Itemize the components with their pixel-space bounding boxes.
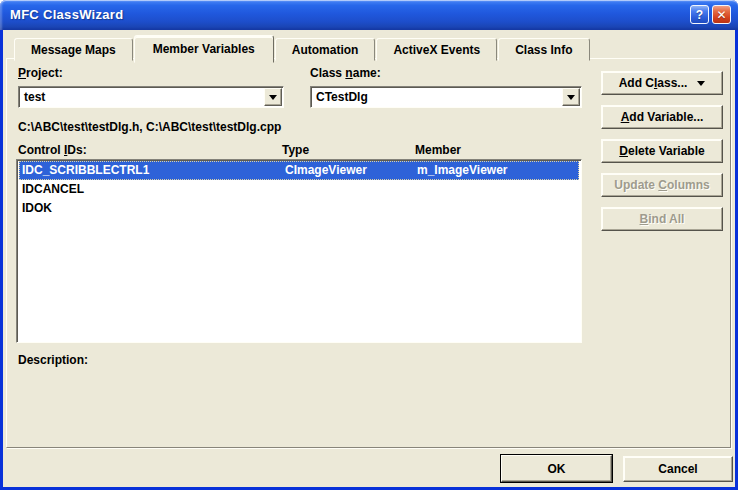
close-button[interactable]: ✕: [712, 5, 731, 24]
tab-activex-events[interactable]: ActiveX Events: [376, 38, 497, 61]
chevron-down-icon: [567, 95, 575, 100]
update-columns-button-label: Update Columns: [614, 178, 709, 192]
description-label: Description:: [18, 353, 88, 367]
list-row-idcancel[interactable]: IDCANCEL: [19, 180, 579, 199]
dropdown-arrow-icon: [697, 81, 705, 86]
project-label: Project:: [18, 66, 63, 80]
class-name-value: CTestDlg: [316, 90, 368, 104]
ok-button[interactable]: OK: [500, 454, 613, 483]
project-combobox[interactable]: test: [18, 86, 284, 108]
project-value: test: [24, 90, 45, 104]
help-icon: ?: [696, 9, 703, 21]
cancel-button-label: Cancel: [658, 462, 697, 476]
class-name-label: Class name:: [310, 66, 381, 80]
add-variable-button-label: Add Variable...: [621, 110, 704, 124]
cell-type: CImageViewer: [285, 163, 367, 177]
project-dropdown-button[interactable]: [264, 88, 282, 106]
add-class-button[interactable]: Add Class...: [601, 71, 723, 95]
cell-member: m_ImageViewer: [417, 163, 508, 177]
chevron-down-icon: [269, 95, 277, 100]
cell-id: IDC_SCRIBBLECTRL1: [22, 163, 149, 177]
list-row-idc_scribblectrl1[interactable]: IDC_SCRIBBLECTRL1CImageViewerm_ImageView…: [19, 161, 579, 180]
dialog-client-area: Message MapsMember VariablesAutomationAc…: [3, 30, 735, 487]
add-class-button-label: Add Class...: [619, 76, 688, 90]
mfc-classwizard-window: MFC ClassWizard ? ✕ Message MapsMember V…: [0, 0, 738, 490]
bind-all-button-label: Bind All: [640, 212, 685, 226]
help-button[interactable]: ?: [690, 5, 709, 24]
type-column-header: Type: [282, 143, 309, 157]
ok-button-label: OK: [548, 462, 566, 476]
delete-variable-button[interactable]: Delete Variable: [601, 139, 723, 163]
tab-class-info[interactable]: Class Info: [498, 38, 589, 61]
control-ids-listbox[interactable]: IDC_SCRIBBLECTRL1CImageViewerm_ImageView…: [16, 159, 582, 343]
cell-id: IDOK: [22, 201, 52, 215]
control-ids-label: Control IDs:: [18, 143, 87, 157]
cell-id: IDCANCEL: [22, 182, 84, 196]
list-row-idok[interactable]: IDOK: [19, 199, 579, 218]
close-icon: ✕: [716, 9, 726, 21]
class-name-dropdown-button[interactable]: [562, 88, 580, 106]
tab-message-maps[interactable]: Message Maps: [14, 38, 133, 61]
tab-automation[interactable]: Automation: [275, 38, 376, 61]
add-variable-button[interactable]: Add Variable...: [601, 105, 723, 129]
cancel-button[interactable]: Cancel: [623, 456, 733, 482]
tab-strip: Message MapsMember VariablesAutomationAc…: [14, 33, 591, 61]
delete-variable-button-label: Delete Variable: [619, 144, 704, 158]
window-title: MFC ClassWizard: [10, 7, 123, 22]
bind-all-button: Bind All: [601, 207, 723, 231]
class-name-combobox[interactable]: CTestDlg: [310, 86, 582, 108]
member-column-header: Member: [415, 143, 461, 157]
title-bar[interactable]: MFC ClassWizard ? ✕: [0, 0, 738, 30]
tab-member-variables[interactable]: Member Variables: [134, 35, 274, 63]
update-columns-button: Update Columns: [601, 173, 723, 197]
class-files-path: C:\ABC\test\testDlg.h, C:\ABC\test\testD…: [18, 120, 281, 134]
